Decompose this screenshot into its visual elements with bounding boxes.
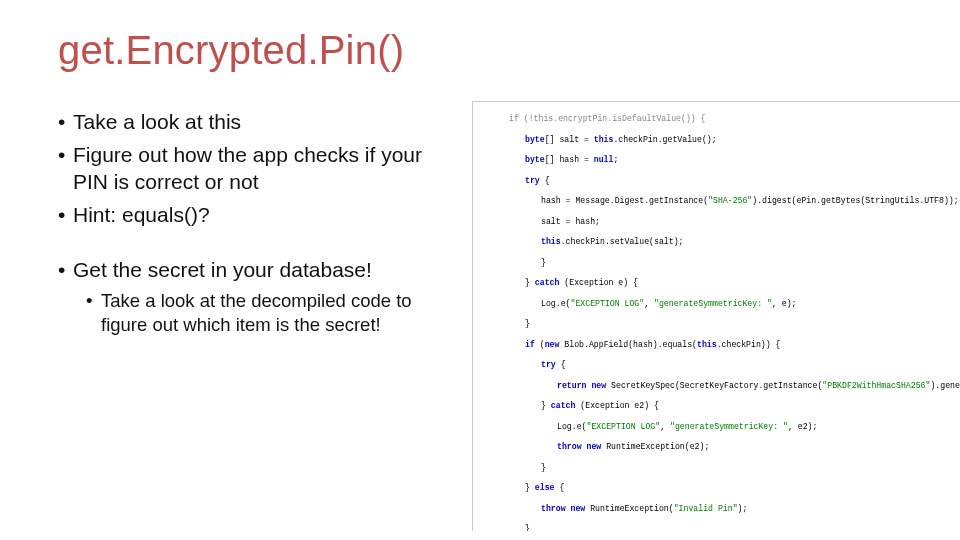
slide-title: get.Encrypted.Pin() — [58, 28, 960, 73]
code-screenshot: if (!this.encryptPin.isDefaultValue()) {… — [472, 101, 960, 531]
bullet-item: Take a look at this — [58, 109, 458, 136]
content-row: Take a look at this Figure out how the a… — [58, 101, 960, 531]
code-line: if (!this.encryptPin.isDefaultValue()) { — [509, 114, 706, 123]
bullet-item: Hint: equals()? — [58, 202, 458, 229]
bullet-subitem: Take a look at the decompiled code to fi… — [86, 289, 458, 337]
slide: get.Encrypted.Pin() Take a look at this … — [0, 0, 960, 540]
bullet-item: Get the secret in your database! — [58, 257, 458, 284]
bullet-list: Take a look at this Figure out how the a… — [58, 101, 458, 337]
bullet-item: Figure out how the app checks if your PI… — [58, 142, 458, 196]
